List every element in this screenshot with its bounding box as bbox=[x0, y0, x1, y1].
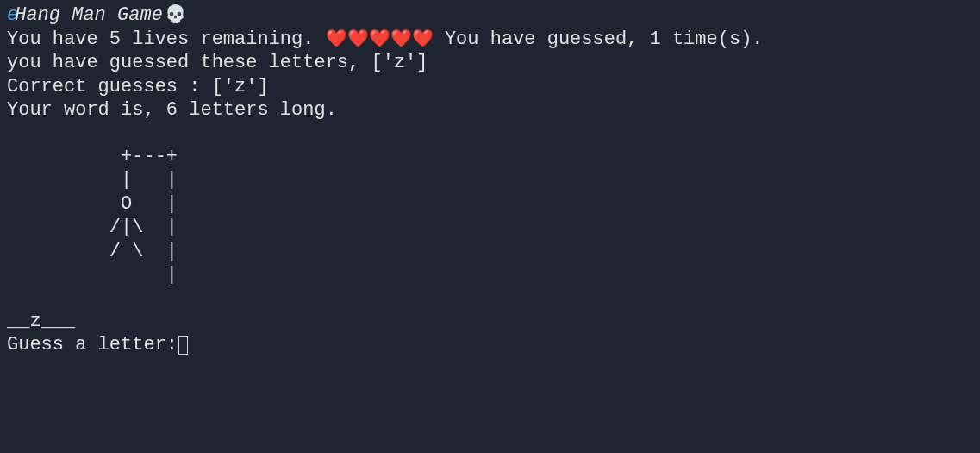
guess-count-text: You have guessed, 1 time(s). bbox=[445, 28, 764, 50]
guess-prompt-line: Guess a letter: bbox=[7, 333, 973, 357]
lives-remaining-text: You have 5 lives remaining. bbox=[7, 28, 314, 50]
game-title: Hang Man Game bbox=[15, 3, 163, 28]
word-progress: __z___ bbox=[7, 310, 973, 334]
guess-prompt-label: Guess a letter: bbox=[7, 333, 178, 357]
guessed-letters-line: you have guessed these letters, ['z'] bbox=[7, 51, 973, 75]
hearts-icon: ❤️❤️❤️❤️❤️ bbox=[326, 29, 434, 49]
word-length-line: Your word is, 6 letters long. bbox=[7, 98, 973, 123]
input-cursor[interactable] bbox=[178, 336, 188, 355]
title-line: e Hang Man Game 💀 bbox=[7, 3, 973, 28]
skull-icon: 💀 bbox=[165, 4, 186, 26]
status-line: You have 5 lives remaining. ❤️❤️❤️❤️❤️ Y… bbox=[7, 28, 973, 52]
hangman-gallows-ascii: +---+ | | O | /|\ | / \ | | bbox=[7, 145, 973, 287]
correct-guesses-line: Correct guesses : ['z'] bbox=[7, 75, 973, 99]
